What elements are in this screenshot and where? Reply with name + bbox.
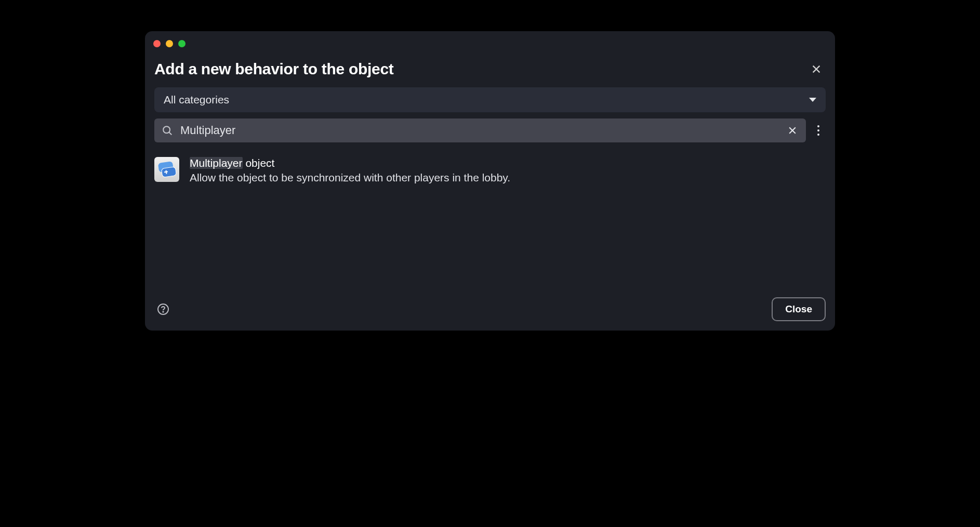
spacer [154, 186, 826, 280]
search-input[interactable] [180, 124, 779, 137]
result-text: Multiplayer object Allow the object to b… [190, 157, 826, 184]
search-box [154, 118, 806, 142]
window-titlebar [145, 31, 835, 56]
dialog-window: Add a new behavior to the object All cat… [145, 31, 835, 331]
search-row [154, 118, 826, 142]
more-vertical-icon [817, 125, 819, 127]
dialog-close-button[interactable] [809, 62, 824, 76]
result-description: Allow the object to be synchronized with… [190, 172, 826, 184]
svg-point-7 [163, 311, 163, 312]
chevron-down-icon [809, 98, 816, 102]
close-icon [811, 63, 822, 75]
dialog-content: All categories [145, 87, 835, 289]
behavior-result-item[interactable]: Multiplayer object Allow the object to b… [154, 155, 826, 186]
window-close-icon[interactable] [153, 40, 161, 47]
gamepad-multiplayer-icon [154, 157, 179, 182]
result-title: Multiplayer object [190, 157, 826, 169]
search-icon [162, 125, 173, 136]
more-options-button[interactable] [811, 120, 826, 141]
category-selected-label: All categories [164, 94, 229, 106]
dialog-title: Add a new behavior to the object [154, 60, 393, 78]
help-button[interactable] [156, 302, 170, 316]
close-button[interactable]: Close [772, 297, 826, 321]
help-icon [157, 303, 169, 315]
dialog-header: Add a new behavior to the object [145, 56, 835, 87]
svg-line-3 [169, 133, 172, 135]
svg-point-2 [163, 126, 170, 133]
dialog-footer: Close [145, 289, 835, 331]
window-maximize-icon[interactable] [178, 40, 186, 47]
traffic-lights [153, 40, 186, 47]
search-clear-button[interactable] [786, 124, 799, 137]
close-icon [787, 125, 798, 136]
category-dropdown[interactable]: All categories [154, 87, 826, 112]
window-minimize-icon[interactable] [166, 40, 173, 47]
